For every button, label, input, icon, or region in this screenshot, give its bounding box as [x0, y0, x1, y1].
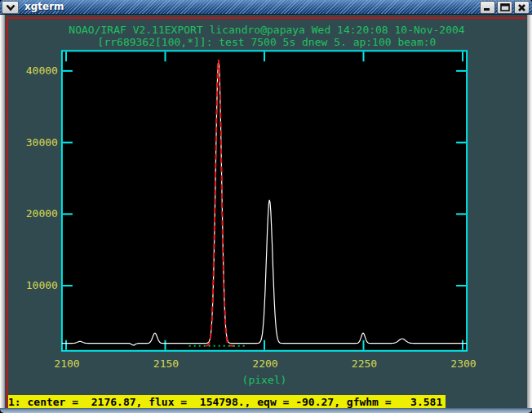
y-tick-label: 20000 [26, 207, 58, 220]
x-tick-label: 2300 [450, 357, 476, 370]
y-tick-label: 40000 [26, 64, 58, 77]
plot-title-line2: [rr689362[100,*]]: test 7500 5s dnew 5. … [98, 36, 437, 48]
x-tick-label: 2250 [352, 357, 377, 370]
window-frame-bottom [0, 408, 532, 413]
x-axis-label: (pixel) [242, 374, 287, 386]
x-tick-label: 2150 [153, 357, 179, 370]
window-frame-left [0, 15, 5, 408]
status-text: 1: center = 2176.87, flux = 154798., eqw… [8, 396, 442, 408]
xgterm-window: xgterm 210021502200225023001000020000300… [0, 0, 532, 413]
iraf-plot: 2100215022002250230010000200003000040000… [0, 0, 532, 413]
y-tick-label: 30000 [26, 136, 58, 149]
window-frame-right [527, 15, 532, 408]
x-tick-label: 2100 [54, 357, 79, 370]
status-bar: 1: center = 2176.87, flux = 154798., eqw… [8, 395, 446, 409]
plot-title-line1: NOAO/IRAF V2.11EXPORT licandro@papaya We… [69, 24, 464, 36]
y-tick-label: 10000 [26, 279, 58, 291]
x-tick-label: 2200 [252, 357, 277, 370]
